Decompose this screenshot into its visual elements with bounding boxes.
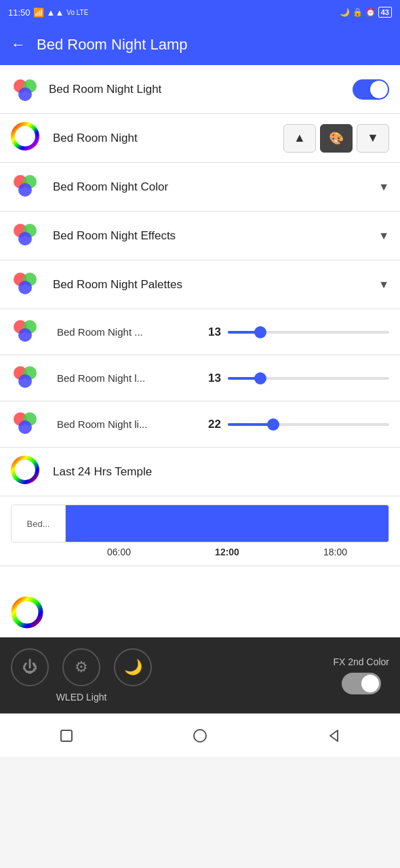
svg-point-10 — [18, 232, 32, 245]
slider1-value: 13 — [199, 326, 221, 339]
svg-rect-27 — [61, 730, 72, 741]
svg-point-19 — [18, 374, 32, 388]
slider3-track[interactable] — [228, 423, 389, 426]
wled-moon-button[interactable]: 🌙 — [114, 648, 152, 686]
fx-toggle-thumb — [361, 675, 379, 692]
slider1-thumb[interactable] — [254, 326, 266, 338]
standalone-icon-row — [0, 588, 400, 637]
slider-row-1: Bed Room Night ... 13 — [0, 309, 400, 355]
chart-container: Bed... — [11, 505, 389, 542]
palettes-label: Bed Room Night Palettes — [53, 278, 378, 292]
slider3-label: Bed Room Night li... — [57, 418, 193, 430]
light-toggle-switch[interactable] — [353, 79, 389, 100]
effects-label: Bed Room Night Effects — [53, 229, 378, 243]
vo-lte-icon: Vo LTE — [66, 9, 88, 16]
svg-marker-29 — [330, 730, 338, 741]
chart-time-0600: 06:00 — [107, 547, 131, 557]
svg-point-24 — [18, 463, 32, 477]
alarm-icon: ⏰ — [365, 7, 376, 17]
color-dropdown-arrow: ▼ — [378, 181, 389, 193]
wifi-icon: ▲▲ — [47, 7, 64, 18]
chart-bar — [66, 505, 388, 542]
slider3-fill — [228, 423, 273, 426]
wled-right: FX 2nd Color — [334, 656, 389, 694]
app-bar-title: Bed Room Night Lamp — [37, 36, 188, 54]
svg-point-28 — [194, 730, 206, 742]
svg-point-4 — [18, 130, 32, 143]
chart-label: Bed... — [12, 505, 66, 542]
signal-icon: 📶 — [33, 7, 44, 18]
status-left: 11:50 📶 ▲▲ Vo LTE — [8, 7, 88, 18]
palettes-dropdown-arrow: ▼ — [378, 279, 389, 291]
color-wheel-icon-2 — [11, 122, 43, 155]
color-wheel-icon-5 — [11, 269, 43, 301]
slider1-label: Bed Room Night ... — [57, 326, 193, 338]
standalone-color-ring — [11, 596, 43, 629]
last24hrs-label: Last 24 Hrs Temple — [53, 465, 389, 479]
svg-point-2 — [18, 87, 32, 101]
status-bar: 11:50 📶 ▲▲ Vo LTE 🌙 🔒 ⏰ 43 — [0, 0, 400, 24]
color-ring-icon — [11, 456, 43, 488]
color-wheel-icon-4 — [11, 220, 43, 252]
spacer — [0, 566, 400, 588]
svg-point-7 — [18, 183, 32, 197]
app-bar: ← Bed Room Night Lamp — [0, 24, 400, 65]
wled-label: WLED Light — [56, 692, 107, 703]
svg-point-16 — [18, 328, 32, 342]
nav-back-button[interactable] — [323, 726, 344, 746]
battery-indicator: 43 — [378, 7, 392, 18]
list-row-palettes[interactable]: Bed Room Night Palettes ▼ — [0, 260, 400, 309]
svg-point-26 — [20, 605, 35, 620]
chart-time-labels: 06:00 12:00 18:00 — [11, 542, 389, 566]
slider1-track[interactable] — [228, 331, 389, 334]
svg-point-13 — [18, 281, 32, 294]
nav-square-button[interactable] — [56, 726, 77, 746]
color-wheel-icon-8 — [11, 408, 43, 441]
color-label: Bed Room Night Color — [53, 180, 378, 194]
down-button[interactable]: ▼ — [357, 124, 389, 153]
wled-icons: ⏻ ⚙ 🌙 — [11, 648, 152, 686]
svg-point-22 — [18, 420, 32, 434]
slider2-label: Bed Room Night l... — [57, 372, 193, 384]
status-time: 11:50 — [8, 7, 31, 18]
back-button[interactable]: ← — [11, 36, 26, 54]
list-row-night-control: Bed Room Night ▲ 🎨 ▼ — [0, 114, 400, 163]
fx-toggle[interactable] — [342, 673, 381, 694]
color-wheel-icon-7 — [11, 362, 43, 395]
list-row-light-toggle: Bed Room Night Light — [0, 65, 400, 114]
moon-icon: 🌙 — [340, 7, 350, 17]
status-right: 🌙 🔒 ⏰ 43 — [340, 7, 392, 18]
color-wheel-icon-3 — [11, 171, 43, 203]
wled-panel: ⏻ ⚙ 🌙 WLED Light FX 2nd Color — [0, 637, 400, 713]
fx-label: FX 2nd Color — [334, 656, 389, 667]
light-toggle-label: Bed Room Night Light — [49, 83, 353, 96]
list-row-last24hrs: Last 24 Hrs Temple — [0, 448, 400, 496]
slider-row-3: Bed Room Night li... 22 — [0, 401, 400, 448]
list-row-effects[interactable]: Bed Room Night Effects ▼ — [0, 212, 400, 260]
wled-settings-button[interactable]: ⚙ — [62, 648, 100, 686]
lock-icon: 🔒 — [353, 7, 363, 17]
up-button[interactable]: ▲ — [283, 124, 316, 153]
palette-button[interactable]: 🎨 — [320, 124, 353, 153]
chart-time-1200: 12:00 — [215, 547, 239, 557]
color-wheel-icon-1 — [11, 75, 39, 104]
chart-section: Bed... 06:00 12:00 18:00 — [0, 496, 400, 566]
night-control-label: Bed Room Night — [53, 132, 283, 145]
nav-bar — [0, 713, 400, 757]
toggle-thumb — [370, 81, 388, 98]
color-wheel-icon-6 — [11, 316, 43, 349]
wled-power-button[interactable]: ⏻ — [11, 648, 49, 686]
slider2-track[interactable] — [228, 377, 389, 380]
chart-time-1800: 18:00 — [323, 547, 347, 557]
slider3-value: 22 — [199, 418, 221, 431]
slider3-thumb[interactable] — [267, 418, 279, 431]
slider2-value: 13 — [199, 372, 221, 385]
nav-circle-button[interactable] — [190, 726, 210, 746]
list-row-color[interactable]: Bed Room Night Color ▼ — [0, 163, 400, 212]
slider2-thumb[interactable] — [254, 372, 266, 384]
effects-dropdown-arrow: ▼ — [378, 230, 389, 242]
slider-row-2: Bed Room Night l... 13 — [0, 355, 400, 401]
wled-left: ⏻ ⚙ 🌙 WLED Light — [11, 648, 152, 703]
control-buttons: ▲ 🎨 ▼ — [283, 124, 389, 153]
